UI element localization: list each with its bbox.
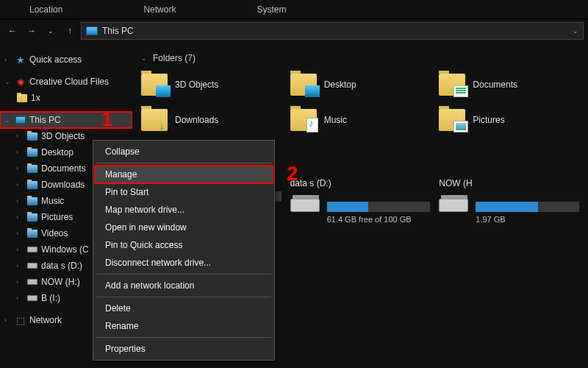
sidebar-item-1x[interactable]: 1x [0, 90, 132, 106]
folder-label: Music [324, 115, 347, 125]
folder-label: Documents [473, 79, 517, 90]
separator [96, 274, 271, 275]
folder-item[interactable]: Music [290, 106, 431, 134]
forward-button[interactable]: → [24, 23, 40, 39]
folder-item[interactable]: Desktop [290, 71, 431, 99]
ctx-collapse[interactable]: Collapse [95, 143, 273, 160]
folder-icon [27, 197, 37, 205]
drive-icon [439, 199, 468, 212]
overlay-icon [306, 118, 318, 132]
overlay-icon [156, 85, 171, 97]
folder-icon [439, 74, 465, 96]
chevron-right-icon: › [16, 213, 24, 221]
sidebar-item-label: Windows (C [41, 244, 89, 255]
drive-icon [27, 279, 37, 285]
overlay-icon [453, 121, 468, 132]
drive-icon [27, 263, 37, 269]
drive-item[interactable]: NOW (H1.97 GB [439, 178, 579, 224]
folder-label: Desktop [324, 79, 356, 90]
chevron-right-icon: › [4, 316, 12, 324]
section-header-folders[interactable]: ⌄ Folders (7) [141, 53, 579, 63]
annotation-1: 1 [101, 107, 113, 131]
chevron-down-icon: ⌄ [4, 116, 12, 124]
chevron-down-icon: ⌄ [141, 54, 148, 62]
chevron-right-icon: › [16, 278, 24, 286]
drive-free-text: 61.4 GB free of 100 GB [290, 215, 431, 224]
ctx-rename[interactable]: Rename [95, 317, 273, 335]
network-icon: ⬚ [15, 315, 26, 325]
sidebar-item-label: This PC [29, 115, 61, 125]
sidebar-item-label: 3D Objects [41, 131, 85, 141]
folder-item[interactable]: 3D Objects [141, 71, 282, 99]
drive-icon [27, 247, 37, 252]
sidebar-item-label: Creative Cloud Files [29, 77, 109, 87]
drive-usage-bar [327, 202, 431, 212]
folder-label: Downloads [175, 115, 218, 125]
sidebar-item-label: 1x [31, 93, 40, 103]
drive-item[interactable]: data s (D:)61.4 GB free of 100 GB [290, 178, 431, 224]
chevron-right-icon: › [16, 262, 24, 269]
folder-icon [290, 74, 317, 96]
chevron-right-icon: › [4, 56, 12, 63]
tab-network[interactable]: Network [114, 4, 227, 15]
ctx-pin-quick[interactable]: Pin to Quick access [95, 236, 273, 254]
pc-icon [86, 26, 98, 35]
ctx-open-new-window[interactable]: Open in new window [95, 219, 273, 236]
drive-icon [290, 199, 320, 212]
pc-icon [15, 116, 26, 124]
drive-label: data s (D:) [290, 178, 431, 188]
sidebar-item-label: Videos [41, 228, 68, 238]
address-dropdown-icon[interactable]: ⌄ [573, 27, 578, 35]
drive-free-text: 1.97 GB [439, 215, 579, 224]
sidebar-item-label: Quick access [29, 54, 82, 65]
folder-icon [27, 132, 37, 141]
address-text: This PC [102, 26, 568, 36]
folder-item[interactable]: Documents [439, 71, 579, 99]
recent-dropdown[interactable]: ⌄ [43, 23, 59, 39]
ctx-delete[interactable]: Delete [95, 300, 273, 317]
chevron-right-icon: › [16, 181, 24, 188]
tab-system[interactable]: System [227, 4, 337, 15]
folder-label: Pictures [473, 115, 504, 125]
chevron-right-icon: › [16, 230, 24, 237]
folder-icon [27, 230, 37, 238]
folder-label: 3D Objects [175, 79, 218, 90]
annotation-2: 2 [287, 162, 298, 185]
chevron-right-icon: › [16, 246, 24, 253]
address-bar[interactable]: This PC ⌄ [81, 22, 584, 40]
folder-icon [141, 109, 168, 131]
ctx-add-network-location[interactable]: Add a network location [95, 277, 273, 294]
nav-bar: ← → ⌄ ↑ This PC ⌄ [0, 19, 588, 43]
sidebar-item-label: Pictures [41, 212, 73, 222]
folder-item[interactable]: Downloads [141, 106, 282, 134]
ctx-map-drive[interactable]: Map network drive... [95, 201, 273, 219]
chevron-right-icon: › [16, 197, 24, 205]
chevron-down-icon: ⌄ [4, 78, 12, 85]
folder-icon [27, 181, 37, 189]
ctx-properties[interactable]: Properties [95, 340, 273, 358]
folder-item[interactable]: Pictures [439, 106, 579, 134]
folder-icon [17, 94, 27, 102]
chevron-right-icon: › [16, 165, 24, 172]
back-button[interactable]: ← [4, 23, 21, 39]
up-button[interactable]: ↑ [62, 23, 78, 39]
separator [96, 297, 271, 297]
drive-label: NOW (H [439, 178, 579, 188]
separator [96, 163, 271, 163]
sidebar-item-label: Network [29, 315, 62, 325]
tab-location[interactable]: Location [0, 4, 114, 15]
ctx-disconnect-drive[interactable]: Disconnect network drive... [95, 254, 273, 272]
overlay-icon [453, 85, 468, 97]
sidebar-item-label: B (I:) [41, 293, 60, 303]
sidebar-creative-cloud[interactable]: ⌄ ◉ Creative Cloud Files [0, 74, 132, 90]
chevron-right-icon: › [16, 132, 24, 140]
chevron-right-icon: › [16, 149, 24, 156]
ctx-pin-start[interactable]: Pin to Start [95, 183, 273, 201]
ctx-manage[interactable]: Manage [95, 166, 273, 183]
sidebar-item-label: Music [41, 196, 64, 206]
overlay-icon [156, 121, 171, 132]
folder-icon [141, 74, 168, 96]
sidebar-quick-access[interactable]: › ★ Quick access [0, 52, 132, 68]
ribbon-tabs: Location Network System [0, 0, 588, 19]
overlay-icon [305, 85, 320, 97]
